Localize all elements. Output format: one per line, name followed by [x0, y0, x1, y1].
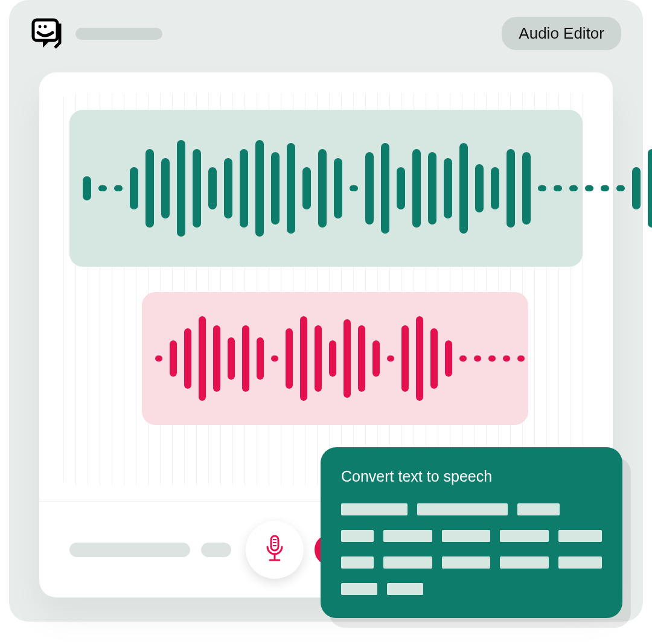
waveform-bar — [507, 149, 515, 228]
waveform-bar — [569, 185, 578, 191]
tts-word-placeholder — [442, 556, 491, 569]
audio-clip-1[interactable] — [69, 110, 583, 267]
tts-word-placeholder — [417, 503, 508, 515]
tts-line — [341, 530, 602, 542]
titlebar-left — [31, 18, 162, 50]
waveform-bar — [184, 328, 191, 389]
waveform-bar — [302, 167, 311, 209]
waveform-bar — [358, 325, 365, 392]
waveform-bar — [381, 143, 389, 234]
timeline-grid — [63, 93, 589, 485]
tts-word-placeholder — [500, 556, 549, 569]
text-to-speech-panel[interactable]: Convert text to speech — [321, 447, 622, 618]
waveform-bar — [648, 149, 652, 228]
waveform-bar — [444, 158, 452, 218]
waveform-bar — [242, 325, 249, 392]
waveform-bar — [488, 355, 496, 362]
waveform-bar — [213, 325, 220, 392]
waveform-bar — [344, 319, 351, 398]
waveform-bar — [459, 355, 467, 362]
waveform-bar — [428, 152, 436, 225]
control-placeholder-large — [69, 543, 190, 557]
waveform-bar — [554, 185, 562, 191]
waveform-bar — [240, 149, 248, 228]
waveform-bar — [365, 152, 374, 225]
editor-canvas: Convert text to speech — [39, 72, 613, 598]
waveform-bar — [98, 185, 107, 191]
microphone-icon — [264, 535, 286, 565]
waveform-bar — [401, 325, 409, 392]
waveform-bar — [585, 185, 593, 191]
waveform-bar — [397, 167, 405, 209]
waveform-bar — [445, 340, 452, 377]
tts-line — [341, 583, 602, 595]
waveform-bar — [459, 143, 468, 234]
tts-text-placeholder — [341, 503, 602, 595]
waveform-bar — [199, 316, 206, 401]
app-logo-icon — [31, 18, 63, 50]
tts-word-placeholder — [341, 583, 377, 595]
waveform-bar — [287, 143, 295, 234]
mode-badge: Audio Editor — [502, 17, 621, 50]
waveform-bar — [517, 355, 525, 362]
waveform-bar — [271, 152, 280, 225]
waveform-bar — [170, 340, 177, 377]
tts-word-placeholder — [341, 530, 374, 542]
tts-line — [341, 556, 602, 569]
waveform-bar — [286, 328, 293, 389]
waveform-bar — [329, 340, 336, 377]
waveform-bar — [522, 152, 531, 225]
waveform-bar — [474, 355, 481, 362]
waveform-bar — [114, 185, 123, 191]
waveform-bar — [475, 164, 484, 212]
audio-clip-2[interactable] — [142, 292, 528, 425]
waveform-bar — [632, 167, 641, 209]
waveform-bar — [224, 158, 232, 218]
tts-line — [341, 503, 602, 515]
waveform-bar — [315, 325, 322, 392]
waveform-bar — [416, 316, 423, 401]
waveform-bar — [208, 167, 217, 209]
waveform-bar — [430, 328, 438, 389]
waveform-bar — [193, 149, 201, 228]
tts-word-placeholder — [517, 503, 560, 515]
waveform-bar — [318, 149, 327, 228]
waveform-bar — [538, 185, 546, 191]
svg-rect-0 — [33, 20, 57, 40]
waveform-bar — [601, 185, 609, 191]
titlebar: Audio Editor — [9, 0, 643, 55]
tts-word-placeholder — [383, 556, 432, 569]
svg-point-2 — [44, 25, 47, 28]
waveform-bar — [130, 167, 138, 209]
tts-word-placeholder — [558, 556, 602, 569]
app-window: Audio Editor — [9, 0, 643, 622]
tts-word-placeholder — [341, 503, 408, 515]
waveform-bar — [412, 149, 421, 228]
control-placeholder-small — [201, 543, 231, 557]
waveform-bar — [161, 158, 170, 218]
waveform-bar — [271, 355, 278, 362]
waveform-bar — [300, 316, 307, 401]
waveform-bar — [145, 149, 154, 228]
tts-word-placeholder — [387, 583, 423, 595]
waveform-bar — [616, 185, 625, 191]
waveform-bar — [257, 337, 264, 380]
tts-panel-title: Convert text to speech — [341, 468, 602, 485]
tts-word-placeholder — [442, 530, 491, 542]
waveform-bar — [177, 140, 185, 237]
waveform-bar — [255, 140, 264, 237]
waveform-bar — [83, 176, 91, 200]
microphone-button[interactable] — [246, 521, 304, 579]
title-placeholder — [75, 28, 162, 40]
tts-word-placeholder — [500, 530, 549, 542]
waveform-bar — [491, 167, 499, 209]
waveform-bar — [155, 355, 162, 362]
tts-word-placeholder — [383, 530, 432, 542]
svg-point-1 — [39, 25, 42, 28]
tts-word-placeholder — [558, 530, 602, 542]
waveform-bar — [350, 185, 358, 191]
waveform-bar — [334, 158, 342, 218]
waveform-bar — [387, 355, 394, 362]
waveform-bar — [503, 355, 510, 362]
waveform-bar — [372, 340, 380, 377]
